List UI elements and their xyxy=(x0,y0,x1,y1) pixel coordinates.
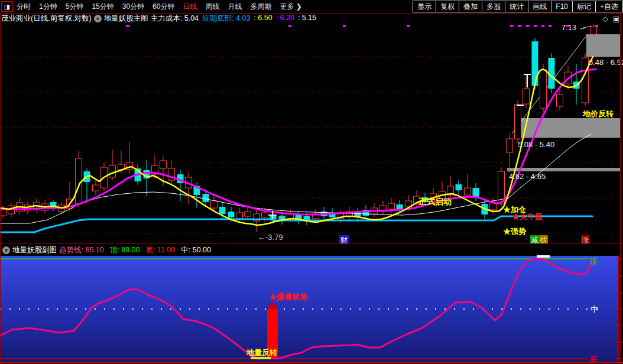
frame-bottom xyxy=(0,362,623,363)
value-field: 短期底部: 4.03 xyxy=(202,14,250,24)
toolbar-button-显示[interactable]: 显示 xyxy=(413,1,436,12)
white-marks xyxy=(268,74,531,219)
indicator-values: 主力成本: 5.04短期底部: 4.03: 6.50: 6.20: 5.15 xyxy=(151,14,316,24)
toolbar-button-复权[interactable]: 复权 xyxy=(436,1,459,12)
main-indicator-name: 地量妖股主图 xyxy=(104,14,148,24)
stock-title: 茂业商业(日线.前复权.对数) xyxy=(1,14,92,24)
toolbar-button-统计[interactable]: 统计 xyxy=(505,1,528,12)
toolbar-button-F10[interactable]: F10 xyxy=(551,1,573,12)
toolbar-button-标记[interactable]: 标记 xyxy=(572,1,596,12)
chart-annotation: 减 xyxy=(531,236,538,243)
value-field: 底: 11.00 xyxy=(145,245,175,255)
chevron-down-icon[interactable]: ▾ xyxy=(94,15,102,22)
sub-indicator-header: ▾ 地量妖股副图 趋势线: 85.10顶: 89.00底: 11.00中: 50… xyxy=(0,243,623,256)
frame-left xyxy=(0,14,1,363)
chart-annotation: 正式启动 xyxy=(418,197,452,206)
value-field: : 5.15 xyxy=(298,14,316,24)
value-field: 中: 50.00 xyxy=(181,245,211,255)
main-kline-chart[interactable]: 7.13 ←6.48 - 6.925.08 - 5.404.62 - 4.65地… xyxy=(0,24,623,243)
app-window: ◨ 分时1分钟5分钟15分钟30分钟60分钟日线周线月线多周期更多 ❯ 显示复权… xyxy=(0,0,623,364)
chart-annotation: ★爆量吸筹 xyxy=(269,292,307,301)
chart-annotation: ★强势 xyxy=(503,227,527,236)
toolbar-item-周线[interactable]: 周线 xyxy=(205,2,219,12)
chart-annotation: 7.13 ← xyxy=(562,24,586,32)
chart-annotation: 顶 xyxy=(589,257,598,266)
period-toolbar: ◨ 分时1分钟5分钟15分钟30分钟60分钟日线周线月线多周期更多 ❯ 显示复权… xyxy=(0,0,623,14)
toolbar-item-60分钟[interactable]: 60分钟 xyxy=(152,2,174,12)
chart-annotation: 地量反转 xyxy=(246,348,278,357)
chevron-down-icon[interactable]: ▾ xyxy=(2,246,10,254)
chart-annotation: 6.48 - 6.92 xyxy=(589,58,623,67)
stock-header: 茂业商业(日线.前复权.对数) ▾ 地量妖股主图 主力成本: 5.04短期底部:… xyxy=(0,14,623,24)
period-menu: 分时1分钟5分钟15分钟30分钟60分钟日线周线月线多周期更多 ❯ xyxy=(17,2,302,12)
toolbar-button-多股[interactable]: 多股 xyxy=(482,1,505,12)
chart-annotation: 涨 xyxy=(582,236,589,243)
toolbar-item-月线[interactable]: 月线 xyxy=(228,2,242,12)
diamond-icon[interactable]: ◇ xyxy=(602,15,608,23)
sub-indicator-chart[interactable]: ★爆量吸筹地量反转顶中底 xyxy=(0,255,623,364)
sub-chart-layers: ★爆量吸筹地量反转顶中底 xyxy=(0,255,622,364)
main-chart-layers: 7.13 ←6.48 - 6.925.08 - 5.404.62 - 4.65地… xyxy=(0,24,623,243)
toolbar-item-多周期[interactable]: 多周期 xyxy=(250,2,271,12)
value-field: 顶: 89.00 xyxy=(110,245,140,255)
chart-annotation: 财 xyxy=(340,236,348,243)
value-field: : 6.20 xyxy=(276,14,294,24)
toolbar-item-日线[interactable]: 日线 xyxy=(183,2,197,12)
toolbar-item-分时[interactable]: 分时 xyxy=(17,2,31,12)
toolbar-button-画线[interactable]: 画线 xyxy=(528,1,551,12)
toolbar-item-5分钟[interactable]: 5分钟 xyxy=(66,2,84,12)
chart-annotation: ★大牛股 xyxy=(512,212,543,221)
chart-annotation: 地价反转 xyxy=(582,109,614,118)
toolbar-button-+自选[interactable]: +自选 xyxy=(595,1,623,12)
toolbar-item-15分钟[interactable]: 15分钟 xyxy=(92,2,113,12)
chart-annotation: 中 xyxy=(590,305,598,314)
sub-indicator-name: 地量妖股副图 xyxy=(12,245,57,255)
toolbar-item-更多 ❯[interactable]: 更多 ❯ xyxy=(280,2,301,12)
chart-annotation: 4.62 - 4.65 xyxy=(509,172,546,181)
chart-annotation: ←-3.79 xyxy=(258,233,283,242)
value-field: 主力成本: 5.04 xyxy=(151,14,199,24)
sub-indicator-values: 趋势线: 85.10顶: 89.00底: 11.00中: 50.00 xyxy=(59,245,211,255)
panel-icon[interactable]: ▣ xyxy=(613,15,619,23)
chart-annotation: 榜 xyxy=(540,236,547,243)
tools-menu: 显示复权叠加多股统计画线F10标记+自选 xyxy=(413,1,623,12)
toolbar-button-叠加[interactable]: 叠加 xyxy=(459,1,482,12)
value-field: : 6.50 xyxy=(254,14,272,24)
toolbar-item-1分钟[interactable]: 1分钟 xyxy=(39,2,57,12)
chart-annotation: 5.08 - 5.40 xyxy=(518,140,554,149)
toolbar-item-30分钟[interactable]: 30分钟 xyxy=(122,2,144,12)
window-layout-icon[interactable]: ◨ xyxy=(1,1,13,12)
candles-layer xyxy=(0,24,597,232)
frame-right xyxy=(620,14,621,363)
value-field: 趋势线: 85.10 xyxy=(59,245,104,255)
